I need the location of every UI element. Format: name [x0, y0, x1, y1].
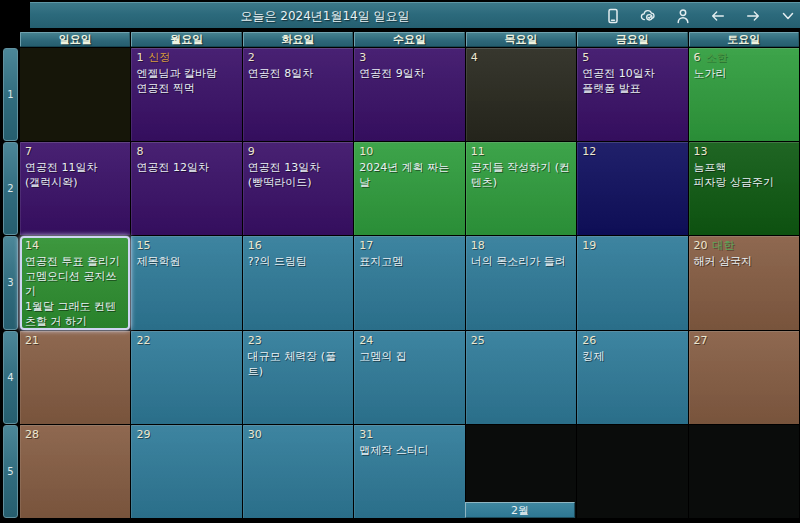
day-number: 16	[248, 239, 262, 252]
day-number: 4	[471, 51, 478, 64]
event-label: 늠프핵	[694, 160, 795, 175]
day-cell-7[interactable]: 7연공전 11일차(갤럭시왁)	[20, 142, 130, 235]
day-number: 20	[694, 239, 708, 252]
day-number: 18	[471, 239, 485, 252]
day-cell-26[interactable]: 26킹제	[577, 331, 687, 424]
weekday-header-wed[interactable]: 수요일	[354, 32, 464, 47]
day-cell-17[interactable]: 17표지고멤	[354, 236, 464, 329]
day-cell-24[interactable]: 24고멤의 집	[354, 331, 464, 424]
day-cell-23[interactable]: 23대규모 체력장 (풀트)	[243, 331, 353, 424]
event-label: 연공전 투표 올리기	[25, 254, 125, 269]
day-cell-2[interactable]: 2연공전 8일차	[243, 48, 353, 141]
chevron-down-icon[interactable]	[780, 8, 796, 24]
day-cell-5[interactable]: 5연공전 10일차플랫폼 발표	[577, 48, 687, 141]
day-cell-21[interactable]: 21	[20, 331, 130, 424]
event-label: 1월달 그래도 컨텐츠할 거 하기	[25, 299, 125, 329]
day-cell-6[interactable]: 6소한노가리	[689, 48, 799, 141]
day-number: 11	[471, 145, 485, 158]
weekday-header-sun[interactable]: 일요일	[20, 32, 130, 47]
day-number: 31	[359, 428, 373, 441]
day-cell-14[interactable]: 14연공전 투표 올리기고멤오디션 공지쓰기1월달 그래도 컨텐츠할 거 하기	[20, 236, 130, 329]
day-number: 17	[359, 239, 373, 252]
day-cell-31[interactable]: 31맵제작 스터디	[354, 425, 464, 518]
day-cell-22[interactable]: 22	[131, 331, 241, 424]
day-cell-15[interactable]: 15제목학원	[131, 236, 241, 329]
week-number-5[interactable]: 5	[3, 425, 18, 518]
day-number: 3	[359, 51, 366, 64]
day-cell-25[interactable]: 25	[466, 331, 576, 424]
day-number: 7	[25, 145, 32, 158]
weekday-header-thu[interactable]: 목요일	[466, 32, 576, 47]
week-number-column: 12345	[3, 48, 18, 518]
day-cell-27[interactable]: 27	[689, 331, 799, 424]
day-cell-28[interactable]: 28	[20, 425, 130, 518]
arrow-left-icon[interactable]	[710, 8, 726, 24]
day-cell-empty[interactable]	[577, 425, 687, 518]
event-label: (빵떡라이드)	[248, 175, 349, 190]
next-month-button[interactable]: 2월	[465, 502, 575, 518]
event-label: 연공전 8일차	[248, 66, 349, 81]
event-label: 연공전 11일차	[25, 160, 126, 175]
day-cell-11[interactable]: 11공지들 작성하기 (컨텐츠)	[466, 142, 576, 235]
day-cell-29[interactable]: 29	[131, 425, 241, 518]
day-cell-empty[interactable]	[689, 425, 799, 518]
day-cell-empty[interactable]	[20, 48, 130, 141]
event-label: 연공전 10일차	[582, 66, 683, 81]
week-number-4[interactable]: 4	[3, 331, 18, 424]
week-number-2[interactable]: 2	[3, 142, 18, 235]
calendar-grid: 일요일월요일화요일수요일목요일금요일토요일1신정엔젤님과 칼바람연공전 찍먹2연…	[20, 32, 799, 518]
event-label: 제목학원	[136, 254, 237, 269]
event-label: 연공전 12일차	[136, 160, 237, 175]
day-cell-10[interactable]: 102024년 계획 짜는 날	[354, 142, 464, 235]
day-cell-9[interactable]: 9연공전 13일차(빵떡라이드)	[243, 142, 353, 235]
week-number-3[interactable]: 3	[3, 236, 18, 329]
event-label: 연공전 13일차	[248, 160, 349, 175]
cloud-sync-icon[interactable]	[640, 8, 656, 24]
day-number: 10	[359, 145, 373, 158]
weekday-header-mon[interactable]: 월요일	[131, 32, 241, 47]
day-number: 23	[248, 334, 262, 347]
event-label: 노가리	[694, 66, 795, 81]
event-label: 공지들 작성하기 (컨텐츠)	[471, 160, 572, 190]
event-label: (갤럭시왁)	[25, 175, 126, 190]
event-label: 고멤의 집	[359, 349, 460, 364]
day-cell-12[interactable]: 12	[577, 142, 687, 235]
event-label: 피자랑 상금주기	[694, 175, 795, 190]
day-cell-18[interactable]: 18너의 목소리가 들려	[466, 236, 576, 329]
day-cell-8[interactable]: 8연공전 12일차	[131, 142, 241, 235]
day-number: 27	[694, 334, 708, 347]
weekday-header-sat[interactable]: 토요일	[689, 32, 799, 47]
event-label: 연공전 9일차	[359, 66, 460, 81]
day-number: 22	[136, 334, 150, 347]
event-label: 대규모 체력장 (풀트)	[248, 349, 349, 379]
day-cell-16[interactable]: 16??의 드림팀	[243, 236, 353, 329]
event-label: 표지고멤	[359, 254, 460, 269]
event-label: 연공전 찍먹	[136, 81, 237, 96]
phone-icon[interactable]	[605, 8, 621, 24]
day-number: 6	[694, 51, 701, 64]
weekday-header-tue[interactable]: 화요일	[243, 32, 353, 47]
day-cell-1[interactable]: 1신정엔젤님과 칼바람연공전 찍먹	[131, 48, 241, 141]
event-label: ??의 드림팀	[248, 254, 349, 269]
event-label: 플랫폼 발표	[582, 81, 683, 96]
holiday-label: 대한	[713, 239, 735, 252]
day-cell-30[interactable]: 30	[243, 425, 353, 518]
weekday-header-fri[interactable]: 금요일	[577, 32, 687, 47]
day-number: 19	[582, 239, 596, 252]
day-number: 26	[582, 334, 596, 347]
person-icon[interactable]	[675, 8, 691, 24]
event-label: 엔젤님과 칼바람	[136, 66, 237, 81]
day-cell-4[interactable]: 4	[466, 48, 576, 141]
day-number: 24	[359, 334, 373, 347]
day-cell-3[interactable]: 3연공전 9일차	[354, 48, 464, 141]
day-number: 8	[136, 145, 143, 158]
week-number-1[interactable]: 1	[3, 48, 18, 141]
day-cell-13[interactable]: 13늠프핵피자랑 상금주기	[689, 142, 799, 235]
day-number: 28	[25, 428, 39, 441]
day-cell-20[interactable]: 20대한해커 삼국지	[689, 236, 799, 329]
day-number: 5	[582, 51, 589, 64]
day-number: 12	[582, 145, 596, 158]
arrow-right-icon[interactable]	[745, 8, 761, 24]
event-label: 킹제	[582, 349, 683, 364]
day-cell-19[interactable]: 19	[577, 236, 687, 329]
